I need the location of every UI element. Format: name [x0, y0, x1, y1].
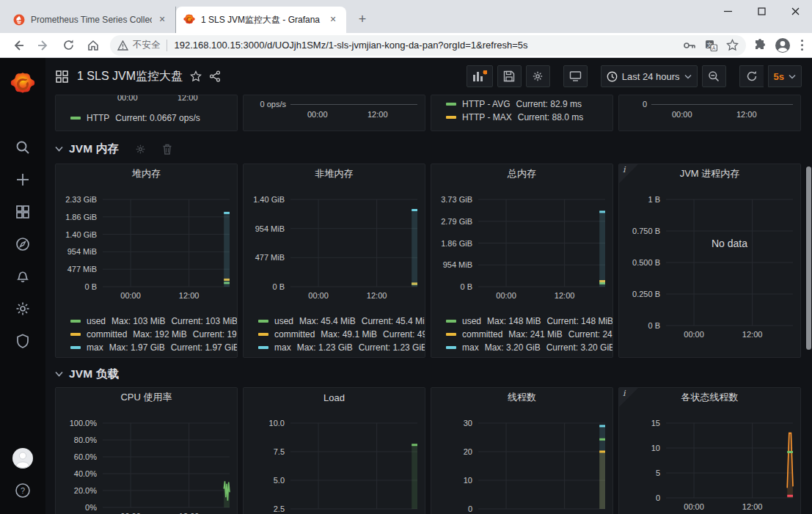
legend-item[interactable]: maxMax: 1.23 GiBCurrent: 1.23 GiB	[258, 341, 425, 354]
dashboard-grid-icon[interactable]	[56, 70, 68, 83]
panel-title[interactable]: Load	[244, 388, 425, 407]
reload-icon[interactable]	[58, 35, 78, 56]
panel-thread-count[interactable]: 线程数 302010000:0012:00	[431, 387, 613, 514]
panel-info-icon[interactable]: i	[619, 388, 638, 407]
new-tab-button[interactable]: +	[352, 10, 373, 30]
nonheap-memory-chart[interactable]: 1.40 GiB954 MiB477 MiB0 B00:0012:00	[244, 183, 425, 313]
legend-item[interactable]: HTTP - MAXCurrent: 88.0 ms	[446, 111, 610, 124]
panel-title[interactable]: CPU 使用率	[56, 388, 237, 407]
search-icon[interactable]	[8, 133, 37, 162]
back-icon[interactable]	[8, 35, 29, 56]
save-dashboard-button[interactable]	[497, 65, 522, 87]
dashboard-settings-button[interactable]	[526, 65, 550, 87]
legend-item[interactable]: usedMax: 45.4 MiBCurrent: 45.4 MiB	[258, 315, 425, 328]
series-name[interactable]: max	[87, 342, 103, 353]
series-name[interactable]: HTTP - MAX	[462, 112, 512, 122]
panel-heap-memory[interactable]: 堆内存 2.33 GiB1.86 GiB1.40 GiB954 MiB477 M…	[55, 164, 238, 358]
panel-title[interactable]: JVM 进程内存	[619, 164, 800, 183]
tab-close-icon[interactable]: ×	[327, 14, 339, 26]
password-key-icon[interactable]	[683, 40, 696, 51]
dashboards-icon[interactable]	[8, 197, 37, 227]
legend-item[interactable]: maxMax: 3.20 GiBCurrent: 3.20 GiB	[446, 341, 612, 354]
row-settings-gear-icon[interactable]	[135, 144, 146, 155]
series-name[interactable]: committed	[274, 329, 315, 339]
panel-process-memory[interactable]: i JVM 进程内存 1 B0.750 B0.500 B0.250 B0 B00…	[618, 164, 801, 358]
server-admin-shield-icon[interactable]	[8, 326, 37, 356]
panel-title[interactable]: 堆内存	[56, 164, 237, 183]
legend-item[interactable]: usedMax: 103 MiBCurrent: 103 MiB	[70, 315, 237, 328]
legend-item[interactable]: maxMax: 1.97 GiBCurrent: 1.97 GiB	[70, 341, 237, 354]
thread-states-chart[interactable]: 15105000:0012:00	[619, 407, 800, 514]
section-jvm-memory[interactable]: JVM 内存	[55, 140, 812, 158]
thread-count-chart[interactable]: 302010000:0012:00	[431, 407, 612, 514]
scrollbar[interactable]	[806, 166, 811, 350]
series-name[interactable]: max	[462, 342, 479, 353]
tab-grafana[interactable]: 1 SLS JVM监控大盘 - Grafana ×	[176, 7, 346, 33]
series-name[interactable]: used	[462, 316, 481, 326]
cpu-usage-chart[interactable]: 100.0%80.0%60.0%40.0%20.0%0%00:0012:00	[56, 407, 237, 514]
bookmark-star-icon[interactable]	[726, 39, 739, 51]
series-name[interactable]: used	[274, 316, 293, 326]
minimize-icon[interactable]	[711, 0, 745, 22]
legend-item[interactable]: committedMax: 241 MiBCurrent: 241 MiB	[446, 328, 612, 341]
legend-item[interactable]: committedMax: 49.1 MiBCurrent: 49.1 MiB	[258, 328, 425, 341]
section-label[interactable]: JVM 负载	[69, 367, 119, 382]
grafana-logo[interactable]	[8, 70, 37, 99]
home-icon[interactable]	[83, 35, 103, 56]
series-name[interactable]: HTTP	[87, 113, 109, 123]
url-text[interactable]: 192.168.100.15:3000/d/UOJjh1SMz/1-sls-jv…	[175, 40, 676, 51]
panel-title[interactable]: 各状态线程数	[619, 388, 800, 407]
alerting-bell-icon[interactable]	[8, 262, 37, 291]
panel-cpu-usage[interactable]: CPU 使用率 100.0%80.0%60.0%40.0%20.0%0%00:0…	[55, 387, 238, 514]
dashboard-title[interactable]: 1 SLS JVM监控大盘	[77, 69, 183, 84]
panel-total-memory[interactable]: 总内存 3.73 GiB2.79 GiB1.86 GiB954 MiB0 B00…	[431, 164, 613, 358]
panel-title[interactable]: 线程数	[431, 388, 612, 407]
time-range-picker[interactable]: Last 24 hours	[601, 65, 698, 87]
legend-item[interactable]: HTTPCurrent: 0.0667 ops/s	[70, 111, 234, 125]
refresh-interval-dropdown[interactable]: 5s	[768, 65, 802, 87]
help-icon[interactable]: ?	[8, 476, 37, 505]
total-memory-chart[interactable]: 3.73 GiB2.79 GiB1.86 GiB954 MiB0 B00:001…	[431, 183, 612, 313]
tab-close-icon[interactable]: ×	[156, 14, 168, 26]
panel-ops-rate[interactable]: 0 ops/s 00:0012:00	[243, 95, 425, 131]
panel-nonheap-memory[interactable]: 非堆内存 1.40 GiB954 MiB477 MiB0 B00:0012:00…	[243, 164, 425, 358]
heap-memory-chart[interactable]: 2.33 GiB1.86 GiB1.40 GiB954 MiB477 MiB0 …	[56, 183, 237, 313]
section-label[interactable]: JVM 内存	[69, 142, 119, 157]
panel-load[interactable]: Load 10.07.55.02.500:0012:00	[243, 387, 425, 514]
explore-compass-icon[interactable]	[8, 230, 37, 259]
close-icon[interactable]	[778, 0, 812, 22]
legend-item[interactable]: committedMax: 192 MiBCurrent: 192 MiB	[70, 328, 237, 341]
section-jvm-load[interactable]: JVM 负载	[55, 365, 812, 383]
cycle-view-tv-button[interactable]	[563, 65, 588, 87]
row-delete-trash-icon[interactable]	[162, 144, 172, 155]
panel-http-ops[interactable]: 00:0012:00 HTTPCurrent: 0.0667 ops/s	[55, 95, 238, 131]
refresh-button[interactable]	[739, 65, 764, 87]
dashboard-scroll-area[interactable]: 00:0012:00 HTTPCurrent: 0.0667 ops/s 0 o…	[45, 95, 812, 514]
panel-thread-states[interactable]: i 各状态线程数 15105000:0012:00	[618, 387, 801, 514]
series-name[interactable]: committed	[462, 329, 502, 339]
series-name[interactable]: used	[87, 316, 106, 326]
zoom-out-button[interactable]	[702, 65, 726, 87]
series-name[interactable]: HTTP - AVG	[462, 99, 511, 109]
legend-item[interactable]: usedMax: 148 MiBCurrent: 148 MiB	[446, 315, 612, 328]
panel-http-latency[interactable]: HTTP - AVGCurrent: 82.9 msHTTP - MAXCurr…	[431, 95, 613, 131]
legend-item[interactable]: HTTP - AVGCurrent: 82.9 ms	[446, 98, 610, 111]
configuration-gear-icon[interactable]	[8, 294, 37, 323]
security-label[interactable]: 不安全	[133, 39, 161, 51]
panel-info-icon[interactable]: i	[619, 164, 638, 183]
process-memory-chart[interactable]: 1 B0.750 B0.500 B0.250 B0 B00:0012:00No …	[619, 183, 800, 357]
add-panel-button[interactable]	[467, 65, 493, 87]
panel-title[interactable]: 非堆内存	[244, 164, 425, 183]
panel-title[interactable]: 总内存	[431, 164, 612, 183]
share-icon[interactable]	[209, 70, 221, 82]
series-name[interactable]: committed	[87, 329, 127, 339]
profile-avatar-icon[interactable]	[775, 37, 791, 54]
favorite-star-icon[interactable]	[190, 70, 202, 82]
extensions-puzzle-icon[interactable]	[753, 38, 767, 52]
series-name[interactable]: max	[274, 342, 291, 353]
create-plus-icon[interactable]	[8, 165, 37, 194]
address-bar[interactable]: 不安全 192.168.100.15:3000/d/UOJjh1SMz/1-sl…	[110, 35, 746, 56]
panel-top-right[interactable]: 0 00:0012:00	[618, 95, 801, 131]
load-chart[interactable]: 10.07.55.02.500:0012:00	[244, 407, 425, 514]
translate-icon[interactable]: 文A	[705, 40, 717, 51]
